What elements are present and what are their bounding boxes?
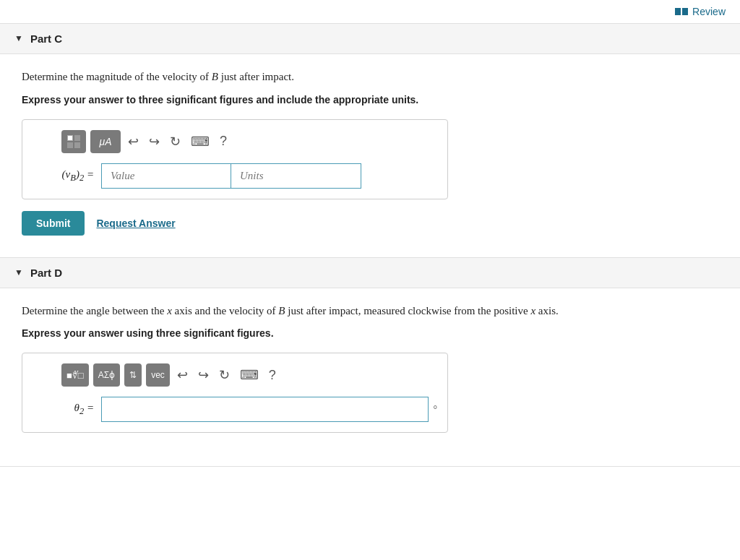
request-answer-button[interactable]: Request Answer (96, 217, 175, 229)
part-c-content: Determine the magnitude of the velocity … (0, 54, 740, 257)
sort-icon: ⇅ (129, 370, 137, 380)
angle-input[interactable] (101, 397, 429, 422)
keyboard-button[interactable]: ⌨ (188, 132, 212, 151)
reset-button[interactable]: ↻ (167, 132, 184, 151)
help-button-d[interactable]: ? (266, 366, 279, 384)
part-d-collapse-arrow[interactable]: ▼ (14, 267, 23, 278)
part-d-input-row: θ2 = ° (33, 397, 437, 422)
symbol-label: μA (99, 136, 111, 147)
reset-button-d[interactable]: ↻ (216, 366, 233, 384)
vec-button[interactable]: vec (146, 363, 170, 387)
part-c-button-row: Submit Request Answer (22, 211, 718, 236)
keyboard-button-d[interactable]: ⌨ (237, 366, 262, 384)
vec-label: vec (151, 370, 165, 380)
part-c-collapse-arrow[interactable]: ▼ (14, 33, 23, 44)
part-c-section: ▼ Part C Determine the magnitude of the … (0, 24, 740, 258)
grid-icon (67, 135, 80, 148)
part-c-title: Part C (30, 33, 62, 45)
sort-button[interactable]: ⇅ (124, 363, 142, 387)
units-input[interactable] (231, 163, 361, 189)
part-c-input-row: (vB)2 = (33, 163, 437, 189)
radical-button[interactable]: ■∜□ (61, 363, 89, 387)
redo-button[interactable]: ↪ (146, 132, 163, 151)
part-c-header: ▼ Part C (0, 24, 740, 54)
help-button[interactable]: ? (217, 132, 230, 150)
part-d-instruction: Express your answer using three signific… (22, 326, 718, 341)
part-d-toolbar: ■∜□ AΣϕ ⇅ vec ↩ ↪ ↻ (33, 363, 437, 387)
value-input[interactable] (101, 163, 231, 189)
top-bar: Review (0, 0, 740, 24)
part-d-header: ▼ Part D (0, 258, 740, 288)
part-d-title: Part D (30, 267, 62, 279)
part-c-toolbar: μA ↩ ↪ ↻ ⌨ ? (33, 130, 437, 153)
template-icon-button[interactable] (61, 130, 86, 153)
part-d-section: ▼ Part D Determine the angle between the… (0, 258, 740, 468)
part-d-input-label: θ2 = (33, 402, 101, 417)
redo-button-d[interactable]: ↪ (195, 366, 212, 384)
part-c-question: Determine the magnitude of the velocity … (22, 69, 718, 85)
part-d-content: Determine the angle between the x axis a… (0, 288, 740, 467)
review-label: Review (692, 6, 726, 17)
part-c-instruction: Express your answer to three significant… (22, 92, 718, 108)
greek-symbol-label: AΣϕ (98, 370, 115, 380)
submit-button[interactable]: Submit (22, 211, 85, 236)
part-c-answer-box: μA ↩ ↪ ↻ ⌨ ? (vB)2 = (22, 119, 448, 199)
part-d-question: Determine the angle between the x axis a… (22, 303, 718, 319)
undo-button[interactable]: ↩ (125, 132, 142, 151)
symbol-button[interactable]: μA (90, 130, 121, 153)
degree-symbol: ° (433, 404, 437, 415)
radical-icon: ■∜□ (66, 370, 84, 381)
review-button[interactable]: Review (675, 6, 726, 17)
undo-button-d[interactable]: ↩ (174, 366, 191, 384)
part-c-input-label: (vB)2 = (33, 168, 101, 184)
part-d-answer-box: ■∜□ AΣϕ ⇅ vec ↩ ↪ ↻ (22, 353, 448, 433)
greek-symbol-button[interactable]: AΣϕ (93, 363, 120, 387)
review-icon (675, 8, 688, 15)
